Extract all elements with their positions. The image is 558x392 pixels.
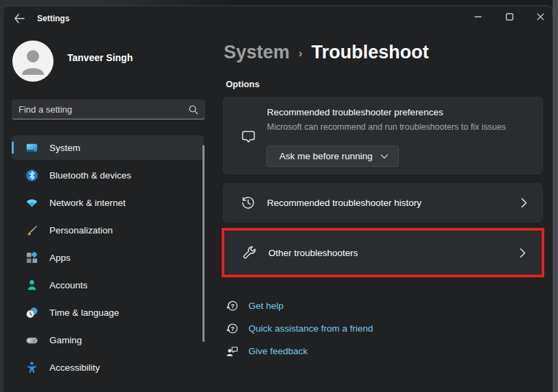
link-label: Quick assistance from a friend (248, 323, 373, 334)
dropdown-selected-value: Ask me before running (279, 151, 380, 161)
row-label: Recommended troubleshooter history (267, 198, 421, 208)
svg-text:?: ? (231, 325, 235, 332)
give-feedback-link[interactable]: Give feedback (226, 340, 432, 362)
chevron-right-icon (520, 248, 526, 258)
sidebar-item-system[interactable]: System (12, 135, 204, 160)
sidebar-item-label: Personalization (49, 225, 113, 235)
breadcrumb-separator-icon: › (299, 47, 303, 60)
close-button[interactable] (528, 6, 552, 27)
help-chat-icon: ? (226, 299, 239, 312)
minimize-icon (474, 13, 482, 21)
sidebar-item-gaming[interactable]: Gaming (12, 327, 204, 352)
sidebar-scrollbar[interactable] (202, 145, 205, 342)
sidebar-item-bluetooth-devices[interactable]: Bluetooth & devices (12, 163, 204, 187)
help-chat-icon: ? (226, 322, 239, 335)
search-placeholder: Find a setting (19, 104, 188, 115)
selected-indicator (12, 141, 14, 154)
troubleshooter-history-row[interactable]: Recommended troubleshooter history (223, 183, 543, 222)
sidebar-item-label: Accounts (49, 280, 88, 290)
wrench-icon (242, 245, 257, 261)
section-label: Options (226, 79, 259, 89)
close-icon (537, 13, 544, 21)
avatar (12, 41, 54, 82)
sidebar-item-label: Apps (49, 253, 71, 263)
card-description: Microsoft can recommend and run troubles… (267, 122, 506, 132)
maximize-icon (506, 13, 513, 21)
personalization-icon (25, 224, 38, 237)
highlight-rectangle: Other troubleshooters (222, 228, 544, 277)
titlebar: Settings (3, 6, 553, 31)
back-button[interactable] (9, 8, 30, 29)
give-feedback-icon (226, 345, 239, 358)
accessibility-icon (25, 361, 38, 374)
recommended-preferences-card: Recommended troubleshooter preferences M… (223, 97, 543, 174)
person-icon (12, 41, 54, 82)
back-arrow-icon (14, 14, 25, 23)
other-troubleshooters-row[interactable]: Other troubleshooters (225, 231, 541, 274)
sidebar-item-apps[interactable]: Apps (12, 245, 204, 270)
breadcrumb-parent[interactable]: System (224, 42, 290, 63)
minimize-button[interactable] (466, 6, 489, 27)
run-preference-dropdown[interactable]: Ask me before running (266, 146, 399, 167)
sidebar-nav: System Bluetooth & devices Network & int… (12, 135, 204, 382)
link-label: Give feedback (248, 346, 307, 356)
sidebar-item-label: System (49, 143, 80, 153)
svg-text:?: ? (231, 303, 235, 310)
help-links: ? Get help ? Quick assistance from a fri… (226, 295, 432, 362)
system-icon (25, 141, 38, 154)
chevron-right-icon (521, 198, 527, 208)
accounts-icon (25, 279, 38, 292)
background-window-strip-right (553, 0, 558, 392)
quick-assistance-link[interactable]: ? Quick assistance from a friend (226, 317, 432, 340)
history-icon (240, 195, 256, 211)
sidebar-item-label: Network & internet (49, 198, 126, 208)
settings-window: Settings Tanveer Singh Find a setting (3, 5, 553, 392)
sidebar-item-time-language[interactable]: Time & language (12, 300, 204, 325)
sidebar-item-network-internet[interactable]: Network & internet (12, 190, 204, 215)
search-input[interactable]: Find a setting (12, 100, 205, 119)
window-title: Settings (37, 14, 69, 23)
bluetooth-icon (25, 169, 38, 182)
network-icon (25, 196, 38, 209)
chevron-down-icon (380, 154, 388, 159)
apps-icon (25, 251, 38, 264)
maximize-button[interactable] (498, 6, 521, 27)
link-label: Get help (248, 301, 283, 311)
gaming-icon (25, 334, 38, 347)
card-title: Recommended troubleshooter preferences (267, 107, 443, 117)
sidebar-item-label: Accessibility (49, 362, 100, 373)
get-help-link[interactable]: ? Get help (226, 295, 432, 317)
page-title: Troubleshoot (312, 42, 429, 63)
sidebar-item-label: Gaming (49, 335, 82, 345)
user-name: Tanveer Singh (67, 52, 132, 63)
sidebar-item-personalization[interactable]: Personalization (12, 218, 204, 242)
sidebar-item-accounts[interactable]: Accounts (12, 273, 204, 297)
sidebar-item-label: Bluetooth & devices (49, 170, 131, 181)
breadcrumb: System › Troubleshoot (224, 42, 429, 63)
sidebar-item-accessibility[interactable]: Accessibility (12, 355, 204, 380)
sidebar-item-label: Time & language (49, 308, 119, 318)
search-icon (188, 104, 198, 115)
time-language-icon (25, 306, 38, 319)
feedback-bubble-icon (240, 128, 257, 145)
row-label: Other troubleshooters (268, 248, 358, 258)
